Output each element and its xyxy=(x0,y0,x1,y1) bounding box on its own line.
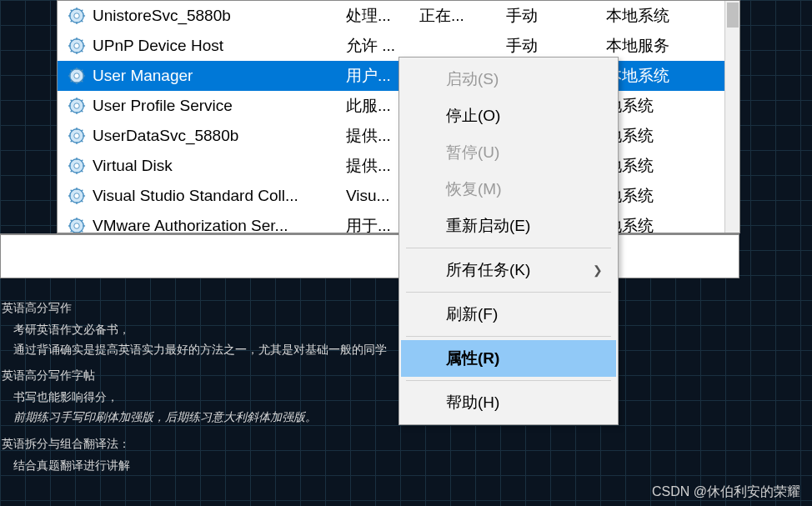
watermark: CSDN @休伯利安的荣耀 xyxy=(652,483,800,501)
menu-properties[interactable]: 属性(R) xyxy=(401,340,616,377)
svg-line-79 xyxy=(82,220,83,222)
service-logon: 本地系统 xyxy=(606,65,689,87)
menu-resume[interactable]: 恢复(M) xyxy=(401,171,616,208)
note-line: 结合真题翻译进行讲解 xyxy=(2,456,387,476)
svg-line-47 xyxy=(82,141,83,143)
svg-line-56 xyxy=(71,160,73,162)
svg-line-39 xyxy=(82,100,83,102)
svg-point-31 xyxy=(74,103,79,108)
service-logon: 本地系统 xyxy=(606,5,689,27)
svg-line-18 xyxy=(71,51,73,53)
svg-point-51 xyxy=(74,163,79,168)
menu-restart[interactable]: 重新启动(E) xyxy=(401,208,616,244)
svg-line-66 xyxy=(71,190,73,192)
menu-help[interactable]: 帮助(H) xyxy=(401,384,616,421)
gear-icon xyxy=(68,217,86,233)
svg-line-37 xyxy=(82,111,83,113)
svg-line-46 xyxy=(71,130,73,132)
service-name: VMware Authorization Ser... xyxy=(93,217,346,233)
gear-icon xyxy=(68,67,86,85)
svg-point-11 xyxy=(74,43,79,48)
service-name: Visual Studio Standard Coll... xyxy=(93,187,346,205)
gear-icon xyxy=(68,187,86,205)
svg-line-49 xyxy=(82,130,83,132)
menu-refresh[interactable]: 刷新(F) xyxy=(401,296,616,333)
gear-icon xyxy=(68,7,86,25)
menu-all-tasks[interactable]: 所有任务(K) ❯ xyxy=(401,252,616,288)
service-logon: 地系统 xyxy=(606,155,689,177)
gear-icon xyxy=(68,157,86,175)
note-heading: 英语高分写作字帖 xyxy=(2,366,387,386)
svg-line-27 xyxy=(82,81,83,83)
svg-line-38 xyxy=(71,111,73,113)
scroll-thumb[interactable] xyxy=(727,3,739,28)
menu-pause[interactable]: 暂停(U) xyxy=(401,134,616,171)
svg-point-21 xyxy=(74,73,79,78)
menu-separator xyxy=(406,380,611,381)
context-menu: 启动(S) 停止(O) 暂停(U) 恢复(M) 重新启动(E) 所有任务(K) … xyxy=(398,57,619,425)
service-name: UnistoreSvc_5880b xyxy=(93,7,346,25)
svg-line-67 xyxy=(82,201,83,203)
svg-line-28 xyxy=(71,81,73,83)
menu-separator xyxy=(406,292,611,293)
note-heading: 英语拆分与组合翻译法： xyxy=(2,434,387,454)
svg-line-36 xyxy=(71,100,73,102)
svg-line-8 xyxy=(71,21,73,23)
service-logon: 地系统 xyxy=(606,95,689,117)
svg-line-69 xyxy=(82,190,83,192)
service-startup: 手动 xyxy=(506,5,606,27)
scrollbar[interactable] xyxy=(724,1,739,233)
service-name: User Manager xyxy=(93,67,346,85)
menu-all-tasks-label: 所有任务(K) xyxy=(446,261,530,278)
svg-line-58 xyxy=(71,171,73,173)
service-name: Virtual Disk xyxy=(93,157,346,175)
menu-separator xyxy=(406,336,611,337)
svg-line-7 xyxy=(82,21,83,23)
menu-stop[interactable]: 停止(O) xyxy=(401,98,616,134)
svg-line-19 xyxy=(82,40,83,42)
service-logon: 本地服务 xyxy=(606,35,689,57)
menu-separator xyxy=(406,248,611,248)
svg-line-76 xyxy=(71,220,73,222)
service-desc: 处理... xyxy=(346,5,419,27)
svg-line-68 xyxy=(71,201,73,203)
svg-line-29 xyxy=(82,70,83,72)
service-name: UserDataSvc_5880b xyxy=(93,127,346,145)
svg-point-1 xyxy=(74,13,79,18)
svg-line-16 xyxy=(71,40,73,42)
svg-line-48 xyxy=(71,141,73,143)
svg-line-59 xyxy=(82,160,83,162)
service-name: User Profile Service xyxy=(93,97,346,115)
note-line: 通过背诵确实是提高英语实力最好的方法之一，尤其是对基础一般的同学 xyxy=(2,340,387,360)
menu-start[interactable]: 启动(S) xyxy=(401,61,616,98)
service-startup: 手动 xyxy=(506,35,606,57)
service-logon: 地系统 xyxy=(606,185,689,207)
svg-line-26 xyxy=(71,70,73,72)
service-desc: 允许 ... xyxy=(346,35,419,57)
service-status: 正在... xyxy=(419,5,506,27)
svg-line-9 xyxy=(82,10,83,12)
gear-icon xyxy=(68,127,86,145)
service-name: UPnP Device Host xyxy=(93,37,346,55)
svg-line-57 xyxy=(82,171,83,173)
note-heading: 英语高分写作 xyxy=(2,298,387,318)
service-logon: 地系统 xyxy=(606,125,689,147)
svg-line-78 xyxy=(71,231,73,233)
service-row[interactable]: UnistoreSvc_5880b 处理... 正在... 手动 本地系统 xyxy=(58,1,739,31)
svg-line-17 xyxy=(82,51,83,53)
service-logon: 地系统 xyxy=(606,215,689,233)
panel-footer xyxy=(0,233,739,278)
gear-icon xyxy=(68,97,86,115)
svg-line-6 xyxy=(71,10,73,12)
svg-point-41 xyxy=(74,133,79,138)
note-line: 前期练习手写印刷体加强版，后期练习意大利斜体加强版。 xyxy=(2,408,387,428)
gear-icon xyxy=(68,37,86,55)
svg-line-77 xyxy=(82,231,83,233)
notes-section: 英语高分写作 考研英语作文必备书， 通过背诵确实是提高英语实力最好的方法之一，尤… xyxy=(2,292,387,475)
svg-point-71 xyxy=(74,223,79,228)
menu-properties-label: 属性(R) xyxy=(446,349,499,367)
chevron-right-icon: ❯ xyxy=(593,263,603,277)
note-line: 考研英语作文必备书， xyxy=(2,320,387,340)
svg-point-61 xyxy=(74,193,79,198)
note-line: 书写也能影响得分， xyxy=(2,388,387,408)
